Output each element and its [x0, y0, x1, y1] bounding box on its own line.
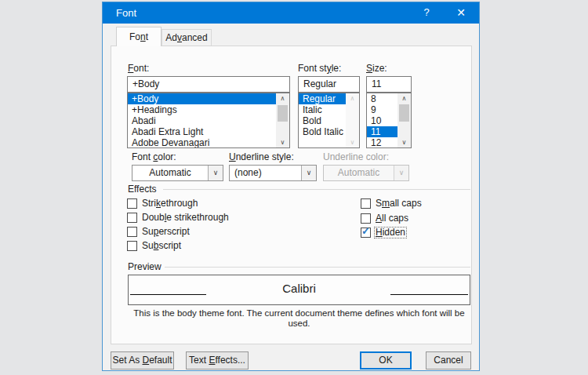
font-list-item[interactable]: +Headings [128, 104, 276, 115]
font-style-list-item[interactable]: Regular [299, 93, 346, 104]
scroll-down-icon[interactable]: ∨ [397, 137, 411, 147]
checkbox-label: Small caps [376, 198, 422, 209]
close-icon: ✕ [456, 6, 466, 19]
checkbox-box [127, 227, 137, 237]
checkbox-box: ✓ [361, 228, 371, 238]
preview-group-label: Preview [128, 261, 162, 272]
font-color-label: Font color: [132, 151, 176, 162]
text-effects-button[interactable]: Text Effects... [186, 351, 249, 370]
size-list-item[interactable]: 10 [367, 115, 397, 126]
scroll-up-icon[interactable]: ∧ [276, 93, 289, 104]
font-input[interactable]: +Body [127, 76, 290, 93]
chevron-down-icon: ∨ [301, 166, 316, 180]
help-button[interactable]: ? [415, 2, 438, 24]
font-color-value: Automatic [132, 166, 208, 180]
checkbox-box [361, 198, 371, 209]
checkbox-box [127, 241, 137, 251]
ok-button[interactable]: OK [360, 351, 412, 370]
font-color-dropdown[interactable]: Automatic ∨ [132, 165, 223, 181]
tab-font[interactable]: Font [116, 27, 162, 46]
font-list-item[interactable]: Abadi Extra Light [128, 126, 276, 137]
size-list-item[interactable]: 8 [367, 93, 397, 104]
effects-group-line [163, 189, 470, 190]
effects-group-label: Effects [128, 184, 156, 195]
size-list-scrollbar: ∧ ∨ [397, 93, 411, 147]
checkbox-label: Superscript [142, 227, 190, 237]
underline-color-label: Underline color: [323, 151, 389, 162]
font-dialog: Font ? ✕ Font Advanced Font: +Body +Body… [102, 2, 480, 371]
tab-font-label: Font [129, 31, 148, 42]
underline-style-label: Underline style: [229, 151, 294, 162]
underline-color-dropdown: Automatic ∨ [323, 165, 409, 181]
font-style-input[interactable]: Regular [298, 76, 360, 93]
tab-advanced[interactable]: Advanced [162, 29, 212, 46]
font-list-item[interactable]: Adobe Devanagari [128, 137, 276, 148]
checkbox-label: Strikethrough [142, 198, 198, 209]
checkbox-label: Hidden [374, 227, 407, 238]
font-list-item[interactable]: +Body [128, 93, 276, 104]
size-input[interactable]: 11 [366, 76, 412, 93]
close-button[interactable]: ✕ [449, 2, 473, 24]
set-default-button[interactable]: Set As Default [111, 351, 174, 370]
underline-style-dropdown[interactable]: (none) ∨ [229, 165, 317, 181]
size-list-item[interactable]: 9 [367, 104, 397, 115]
font-style-label: Font style: [298, 63, 341, 74]
scroll-up-icon: ∧ [346, 93, 359, 104]
preview-baseline-right [390, 294, 468, 295]
checkbox-box [127, 198, 137, 209]
underline-style-value: (none) [230, 166, 301, 180]
chevron-down-icon: ∨ [208, 166, 223, 180]
page-background: Font ? ✕ Font Advanced Font: +Body +Body… [0, 0, 588, 375]
font-label: Font: [128, 63, 149, 74]
scrollbar-thumb[interactable] [278, 105, 288, 122]
underline-color-value: Automatic [324, 166, 394, 180]
font-list-scrollbar: ∧ ∨ [276, 93, 289, 147]
preview-box: Calibri [128, 275, 470, 305]
cancel-button[interactable]: Cancel [426, 351, 471, 370]
checkbox-box [361, 213, 371, 224]
chevron-down-icon: ∨ [394, 166, 408, 180]
size-label: Size: [366, 63, 387, 74]
tab-advanced-label: Advanced [165, 32, 207, 43]
dialog-titlebar[interactable]: Font ? ✕ [103, 2, 479, 24]
checkbox-box [127, 213, 137, 223]
check-icon: ✓ [361, 225, 370, 237]
preview-group-line [165, 267, 470, 268]
font-list: +Body +Headings Abadi Abadi Extra Light … [127, 93, 290, 148]
scroll-up-icon[interactable]: ∧ [397, 93, 411, 104]
font-style-list-item[interactable]: Bold Italic [299, 126, 346, 137]
help-icon: ? [423, 6, 429, 18]
size-list: 8 9 10 11 12 ∧ ∨ [366, 93, 412, 148]
checkbox-label: All caps [376, 213, 408, 224]
dialog-title: Font [116, 2, 136, 24]
font-list-item[interactable]: Abadi [128, 115, 276, 126]
size-list-item[interactable]: 12 [367, 137, 397, 148]
scroll-down-icon: ∨ [346, 137, 359, 147]
font-tab-page: Font: +Body +Body +Headings Abadi Abadi … [111, 46, 472, 344]
checkbox-label: Subscript [142, 241, 181, 251]
scroll-down-icon[interactable]: ∨ [276, 137, 289, 147]
font-style-list-item[interactable]: Bold [299, 115, 346, 126]
preview-description: This is the body theme font. The current… [128, 308, 470, 329]
font-style-list-item[interactable]: Italic [299, 104, 346, 115]
size-list-item[interactable]: 11 [367, 126, 397, 137]
font-style-scrollbar: ∧ ∨ [346, 93, 359, 147]
font-style-list: Regular Italic Bold Bold Italic ∧ ∨ [298, 93, 360, 148]
checkbox-label: Double strikethrough [142, 213, 229, 223]
scrollbar-thumb[interactable] [399, 104, 409, 122]
